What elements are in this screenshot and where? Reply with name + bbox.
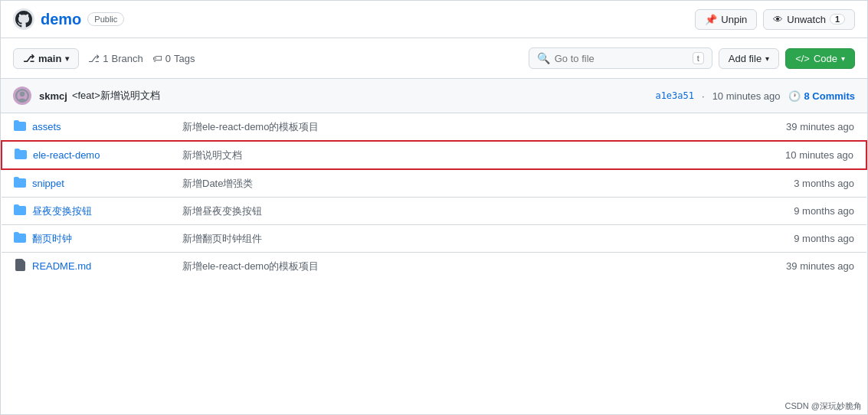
file-commit-time: 10 minutes ago bbox=[611, 141, 866, 169]
unpin-button[interactable]: 📌 Unpin bbox=[695, 9, 757, 30]
table-row: 昼夜变换按钮 新增昼夜变换按钮 9 months ago bbox=[2, 198, 866, 225]
folder-icon bbox=[14, 231, 26, 246]
commit-msg-link[interactable]: 新增昼夜变换按钮 bbox=[182, 205, 262, 217]
folder-icon bbox=[15, 148, 27, 162]
commit-author-avatar bbox=[13, 87, 31, 105]
commit-msg-link[interactable]: 新增说明文档 bbox=[182, 149, 242, 161]
file-commit-message: 新增昼夜变换按钮 bbox=[170, 198, 611, 225]
file-name[interactable]: ele-react-demo bbox=[15, 148, 158, 162]
chevron-down-icon: ▾ bbox=[65, 54, 69, 63]
file-name-text: 昼夜变换按钮 bbox=[32, 204, 92, 218]
table-row: README.md 新增ele-react-demo的模板项目 39 minut… bbox=[2, 253, 866, 280]
file-name[interactable]: README.md bbox=[14, 259, 158, 273]
repo-header: demo Public 📌 Unpin 👁 Unwatch 1 bbox=[1, 1, 867, 38]
goto-file-search[interactable]: 🔍 t bbox=[529, 47, 712, 69]
commit-msg-link[interactable]: 新增Date增强类 bbox=[182, 178, 253, 189]
commit-hash[interactable]: a1e3a51 bbox=[655, 90, 694, 101]
tags-link[interactable]: 🏷 0 Tags bbox=[152, 53, 195, 64]
commit-info: skmcj <feat>新增说明文档 bbox=[39, 89, 647, 103]
unwatch-button[interactable]: 👁 Unwatch 1 bbox=[763, 9, 855, 30]
add-file-button[interactable]: Add file ▾ bbox=[719, 48, 779, 69]
unwatch-count: 1 bbox=[830, 14, 845, 25]
commit-time: 10 minutes ago bbox=[712, 90, 781, 102]
file-name-text: assets bbox=[32, 121, 61, 132]
toolbar-right: 🔍 t Add file ▾ </> Code ▾ bbox=[529, 47, 855, 69]
file-commit-time: 3 months ago bbox=[611, 169, 866, 198]
commit-msg-link[interactable]: 新增ele-react-demo的模板项目 bbox=[182, 260, 319, 272]
table-row: 翻页时钟 新增翻页时钟组件 9 months ago bbox=[2, 225, 866, 253]
file-name[interactable]: 翻页时钟 bbox=[14, 231, 158, 246]
file-name[interactable]: assets bbox=[14, 119, 158, 134]
code-button[interactable]: </> Code ▾ bbox=[785, 48, 855, 69]
eye-icon: 👁 bbox=[773, 14, 783, 25]
file-commit-time: 9 months ago bbox=[611, 225, 866, 253]
tag-icon: 🏷 bbox=[152, 53, 162, 64]
file-commit-message: 新增ele-react-demo的模板项目 bbox=[170, 253, 611, 280]
branch-icon: ⎇ bbox=[23, 53, 34, 64]
commit-message: <feat>新增说明文档 bbox=[72, 89, 160, 103]
file-name-text: 翻页时钟 bbox=[32, 232, 72, 246]
commit-separator: · bbox=[702, 90, 705, 102]
file-commit-message: 新增翻页时钟组件 bbox=[170, 225, 611, 253]
unpin-icon: 📌 bbox=[705, 14, 717, 25]
folder-icon bbox=[14, 176, 26, 191]
repo-visibility-badge: Public bbox=[87, 12, 124, 26]
repo-toolbar: ⎇ main ▾ ⎇ 1 Branch 🏷 0 Tags 🔍 t Ad bbox=[1, 38, 867, 79]
history-icon: 🕐 bbox=[788, 90, 801, 102]
search-icon: 🔍 bbox=[537, 52, 550, 64]
file-commit-time: 9 months ago bbox=[611, 198, 866, 225]
table-row: snippet 新增Date增强类 3 months ago bbox=[2, 169, 866, 198]
file-name-text: README.md bbox=[32, 260, 91, 272]
branch-selector[interactable]: ⎇ main ▾ bbox=[13, 48, 79, 69]
code-icon: </> bbox=[795, 53, 810, 64]
file-name-text: ele-react-demo bbox=[33, 149, 100, 161]
commits-link[interactable]: 🕐 8 Commits bbox=[788, 90, 855, 102]
table-row: assets 新增ele-react-demo的模板项目 39 minutes … bbox=[2, 113, 866, 141]
file-name-text: snippet bbox=[32, 178, 64, 189]
table-row: ele-react-demo 新增说明文档 10 minutes ago bbox=[2, 141, 866, 169]
repo-title: demo Public bbox=[13, 8, 124, 30]
file-name[interactable]: 昼夜变换按钮 bbox=[14, 204, 158, 218]
watermark: CSDN @深玩妙脆角 bbox=[785, 400, 862, 412]
folder-icon bbox=[14, 119, 26, 134]
file-commit-message: 新增Date增强类 bbox=[170, 169, 611, 198]
file-commit-time: 39 minutes ago bbox=[611, 113, 866, 141]
latest-commit-row: skmcj <feat>新增说明文档 a1e3a51 · 10 minutes … bbox=[1, 79, 867, 113]
file-commit-message: 新增ele-react-demo的模板项目 bbox=[170, 113, 611, 141]
commit-msg-link[interactable]: 新增ele-react-demo的模板项目 bbox=[182, 121, 319, 132]
file-table: assets 新增ele-react-demo的模板项目 39 minutes … bbox=[1, 113, 867, 279]
file-name[interactable]: snippet bbox=[14, 176, 158, 191]
commit-author-name[interactable]: skmcj bbox=[39, 90, 67, 102]
repo-name[interactable]: demo bbox=[41, 11, 81, 28]
toolbar-left: ⎇ main ▾ ⎇ 1 Branch 🏷 0 Tags bbox=[13, 48, 195, 69]
header-actions: 📌 Unpin 👁 Unwatch 1 bbox=[695, 9, 855, 30]
file-commit-message: 新增说明文档 bbox=[170, 141, 611, 169]
search-keyboard-shortcut: t bbox=[693, 52, 704, 64]
commit-meta: a1e3a51 · 10 minutes ago 🕐 8 Commits bbox=[655, 90, 855, 102]
folder-icon bbox=[14, 204, 26, 218]
branch-count-icon: ⎇ bbox=[88, 53, 100, 64]
branches-link[interactable]: ⎇ 1 Branch bbox=[88, 53, 142, 64]
file-icon bbox=[14, 259, 26, 273]
file-commit-time: 39 minutes ago bbox=[611, 253, 866, 280]
code-chevron-icon: ▾ bbox=[841, 54, 845, 63]
commit-msg-link[interactable]: 新增翻页时钟组件 bbox=[182, 233, 262, 244]
page-wrapper: demo Public 📌 Unpin 👁 Unwatch 1 ⎇ main ▾ bbox=[0, 0, 868, 415]
goto-file-input[interactable] bbox=[555, 53, 688, 64]
repo-avatar bbox=[13, 8, 34, 30]
add-file-chevron-icon: ▾ bbox=[765, 54, 769, 63]
